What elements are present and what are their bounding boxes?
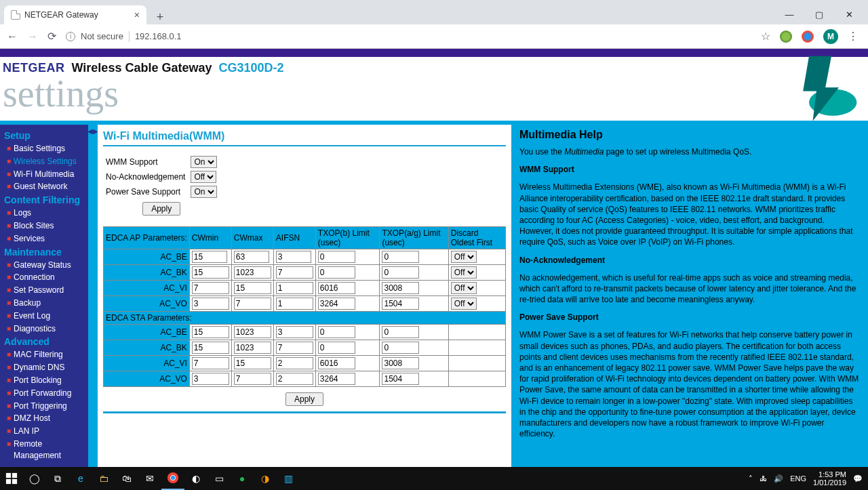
sta-be-aifsn[interactable]	[276, 326, 313, 338]
ap-be-aifsn[interactable]	[276, 251, 311, 263]
notepad-icon[interactable]: ▭	[208, 467, 231, 490]
ap-vo-cwmin[interactable]	[192, 298, 229, 310]
ap-be-txopag[interactable]	[382, 251, 419, 263]
ap-bk-cwmin[interactable]	[192, 266, 229, 279]
chrome-icon[interactable]	[161, 467, 184, 490]
ap-vo-discard[interactable]: Off	[451, 298, 477, 310]
reload-button[interactable]: ⟳	[47, 30, 56, 43]
nav-diagnostics[interactable]: ■Diagnostics	[0, 323, 88, 335]
ap-bk-txopb[interactable]	[318, 266, 355, 279]
info-icon[interactable]: i	[66, 32, 75, 41]
app-icon-1[interactable]: ◐	[184, 467, 208, 490]
nav-connection[interactable]: ■Connection	[0, 271, 88, 284]
ap-vi-txopb[interactable]	[318, 282, 355, 294]
minimize-button[interactable]: —	[774, 4, 804, 24]
sta-bk-cwmin[interactable]	[192, 342, 229, 354]
notifications-icon[interactable]: 💬	[853, 474, 863, 483]
nav-dmz-host[interactable]: ■DMZ Host	[0, 412, 88, 425]
bookmark-star-icon[interactable]: ☆	[761, 30, 770, 43]
ap-bk-discard[interactable]: Off	[451, 266, 477, 279]
nav-remote-management[interactable]: ■Remote Management	[0, 438, 88, 462]
cortana-icon[interactable]: ◯	[23, 467, 46, 490]
sta-vi-txopag[interactable]	[382, 357, 419, 369]
sta-bk-aifsn[interactable]	[276, 342, 313, 354]
ap-vi-aifsn[interactable]	[276, 282, 313, 294]
new-tab-button[interactable]: +	[153, 10, 167, 24]
sta-vi-cwmax[interactable]	[234, 357, 271, 369]
forward-button[interactable]: →	[27, 30, 38, 43]
select-wmm-support[interactable]: On	[191, 156, 217, 168]
language-indicator[interactable]: ENG	[790, 474, 806, 483]
nav-set-password[interactable]: ■Set Password	[0, 284, 88, 297]
nav-basic-settings[interactable]: ■Basic Settings	[0, 142, 88, 155]
mail-icon[interactable]: ✉	[138, 467, 161, 490]
nav-wireless-settings[interactable]: ■Wireless Settings	[0, 155, 88, 168]
sta-vo-aifsn[interactable]	[276, 373, 313, 385]
task-view-icon[interactable]: ⧉	[46, 467, 69, 490]
sta-be-txopb[interactable]	[318, 326, 355, 338]
extension-icon-2[interactable]	[802, 30, 814, 43]
store-icon[interactable]: 🛍	[115, 467, 138, 490]
sta-be-txopag[interactable]	[382, 326, 419, 338]
sta-vo-cwmin[interactable]	[192, 373, 229, 385]
sta-be-cwmax[interactable]	[234, 326, 271, 338]
nav-port-blocking[interactable]: ■Port Blocking	[0, 374, 88, 387]
select-no-ack[interactable]: Off	[191, 171, 216, 183]
apply-button-top[interactable]: Apply	[142, 202, 180, 216]
nav-wifi-multimedia[interactable]: ■Wi-Fi Multimedia	[0, 168, 88, 181]
sta-vi-cwmin[interactable]	[192, 357, 229, 369]
ap-be-cwmin[interactable]	[192, 251, 227, 263]
frame-resizer[interactable]: ◀▶	[88, 125, 98, 467]
explorer-icon[interactable]: 🗀	[92, 467, 115, 490]
ap-vi-cwmin[interactable]	[192, 282, 229, 294]
sta-bk-cwmax[interactable]	[234, 342, 271, 354]
sta-bk-txopag[interactable]	[382, 342, 419, 354]
back-button[interactable]: ←	[7, 30, 18, 43]
extension-icon-1[interactable]	[780, 30, 792, 43]
nav-logs[interactable]: ■Logs	[0, 207, 88, 220]
ap-vo-txopag[interactable]	[382, 298, 419, 310]
nav-backup[interactable]: ■Backup	[0, 297, 88, 310]
nav-block-sites[interactable]: ■Block Sites	[0, 220, 88, 232]
ap-vo-aifsn[interactable]	[276, 298, 313, 310]
ap-vi-txopag[interactable]	[382, 282, 419, 294]
apply-button-bottom[interactable]: Apply	[285, 392, 323, 406]
ap-vo-cwmax[interactable]	[234, 298, 271, 310]
nav-port-triggering[interactable]: ■Port Triggering	[0, 400, 88, 413]
nav-event-log[interactable]: ■Event Log	[0, 310, 88, 323]
sta-bk-txopb[interactable]	[318, 342, 355, 354]
tray-expand-icon[interactable]: ˄	[749, 474, 753, 483]
app-icon-2[interactable]: ◑	[254, 467, 277, 490]
close-tab-icon[interactable]: ×	[134, 9, 140, 20]
ap-be-discard[interactable]: Off	[451, 251, 477, 263]
nav-dynamic-dns[interactable]: ■Dynamic DNS	[0, 361, 88, 374]
nav-lan-ip[interactable]: ■LAN IP	[0, 425, 88, 438]
browser-tab[interactable]: NETGEAR Gateway ×	[4, 5, 146, 24]
sta-be-cwmin[interactable]	[192, 326, 229, 338]
app-icon-3[interactable]: ▥	[277, 467, 300, 490]
spotify-icon[interactable]: ●	[231, 467, 254, 490]
nav-mac-filtering[interactable]: ■MAC Filtering	[0, 348, 88, 361]
ap-bk-txopag[interactable]	[382, 266, 419, 279]
chrome-menu-icon[interactable]: ⋮	[848, 30, 859, 43]
sta-vo-cwmax[interactable]	[234, 373, 271, 385]
sta-vo-txopag[interactable]	[382, 373, 419, 385]
nav-gateway-status[interactable]: ■Gateway Status	[0, 259, 88, 272]
nav-services[interactable]: ■Services	[0, 232, 88, 245]
sta-vo-txopb[interactable]	[318, 373, 355, 385]
ap-vi-discard[interactable]: Off	[451, 282, 477, 294]
select-power-save[interactable]: On	[191, 186, 217, 198]
ap-be-txopb[interactable]	[318, 251, 355, 263]
clock[interactable]: 1:53 PM 1/01/2019	[813, 470, 846, 487]
profile-avatar[interactable]: M	[823, 29, 838, 44]
ap-be-cwmax[interactable]	[234, 251, 269, 263]
close-window-button[interactable]: ✕	[834, 4, 864, 24]
maximize-button[interactable]: ▢	[804, 4, 834, 24]
volume-icon[interactable]: 🔊	[774, 474, 783, 483]
network-icon[interactable]: 🖧	[760, 474, 767, 483]
ap-bk-cwmax[interactable]	[234, 266, 271, 279]
sta-vi-txopb[interactable]	[318, 357, 355, 369]
edge-icon[interactable]: e	[69, 467, 92, 490]
ap-vo-txopb[interactable]	[318, 298, 355, 310]
ap-vi-cwmax[interactable]	[234, 282, 271, 294]
